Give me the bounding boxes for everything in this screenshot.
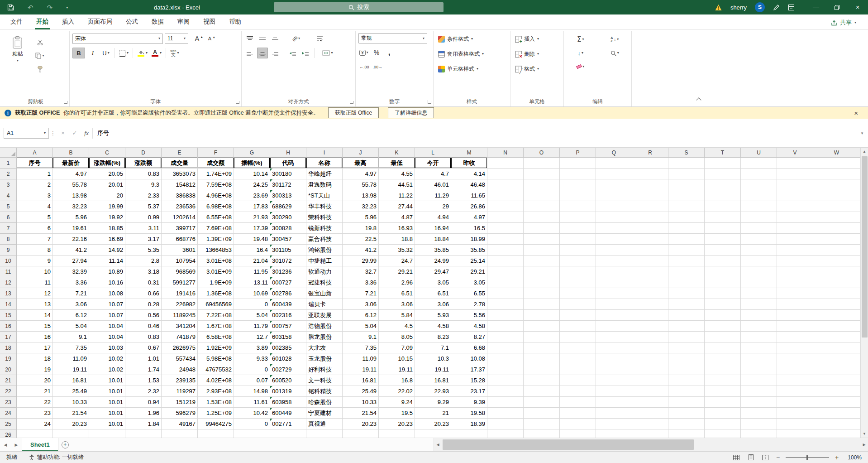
cell-R20[interactable] (632, 364, 668, 375)
row-header-3[interactable]: 3 (0, 179, 17, 190)
cell-B10[interactable]: 27.94 (53, 256, 89, 266)
cell-E8[interactable]: 668776 (162, 234, 198, 245)
cell-P11[interactable] (560, 266, 596, 277)
cell-O9[interactable] (524, 245, 560, 256)
cell-V4[interactable] (777, 190, 813, 201)
save-icon[interactable] (7, 4, 14, 11)
find-select-button[interactable]: ▾ (601, 48, 629, 58)
cell-S20[interactable] (668, 364, 705, 375)
cell-F19[interactable]: 5.98E+08 (198, 353, 234, 364)
cell-R8[interactable] (632, 234, 668, 245)
cell-J18[interactable]: 7.35 (343, 342, 379, 353)
cell-S15[interactable] (668, 310, 705, 321)
cell-D17[interactable]: 0.83 (125, 332, 162, 342)
cell-I5[interactable]: 华丰科技 (306, 201, 343, 212)
cell-S5[interactable] (668, 201, 705, 212)
cell-M23[interactable]: 9.39 (451, 397, 487, 408)
cell-L20[interactable]: 19.11 (415, 364, 451, 375)
cell-V17[interactable] (777, 332, 813, 342)
cell-O5[interactable] (524, 201, 560, 212)
cell-S21[interactable] (668, 375, 705, 386)
cancel-entry-icon[interactable]: × (57, 128, 69, 139)
cell-U10[interactable] (741, 256, 777, 266)
cell-V7[interactable] (777, 223, 813, 234)
cell-D25[interactable]: 1.84 (125, 419, 162, 429)
cell-M2[interactable]: 4.14 (451, 169, 487, 179)
cell-O25[interactable] (524, 419, 560, 429)
tab-文件[interactable]: 文件 (4, 14, 29, 29)
decrease-font-size-button[interactable]: A▼ (206, 33, 217, 44)
cell-J11[interactable]: 32.7 (343, 266, 379, 277)
cell-K17[interactable]: 8.05 (379, 332, 415, 342)
cell-S18[interactable] (668, 342, 705, 353)
percent-style-button[interactable]: % (371, 47, 382, 58)
cell-L1[interactable]: 今开 (415, 158, 451, 169)
cell-W8[interactable] (813, 234, 860, 245)
cell-O10[interactable] (524, 256, 560, 266)
cell-Q11[interactable] (596, 266, 632, 277)
cell-F9[interactable]: 13664853 (198, 245, 234, 256)
cell-S10[interactable] (668, 256, 705, 266)
column-header-I[interactable]: I (306, 148, 343, 158)
column-header-C[interactable]: C (89, 148, 125, 158)
cell-T24[interactable] (705, 408, 741, 419)
cell-N3[interactable] (487, 179, 524, 190)
cell-G10[interactable]: 21.04 (234, 256, 270, 266)
paste-dropdown-icon[interactable]: ▾ (17, 59, 19, 63)
cell-H16[interactable]: 000757 (270, 321, 306, 332)
column-header-W[interactable]: W (813, 148, 860, 158)
cell-I16[interactable]: 浩物股份 (306, 321, 343, 332)
cell-H15[interactable]: 002316 (270, 310, 306, 321)
cell-S6[interactable] (668, 212, 705, 223)
cell-B25[interactable]: 20.23 (53, 419, 89, 429)
cell-V16[interactable] (777, 321, 813, 332)
share-button[interactable]: 共享 ▾ (831, 19, 864, 29)
cell-M21[interactable]: 15.28 (451, 375, 487, 386)
cell-R24[interactable] (632, 408, 668, 419)
cell-E6[interactable]: 1202614 (162, 212, 198, 223)
cell-R18[interactable] (632, 342, 668, 353)
cell-C17[interactable]: 10.04 (89, 332, 125, 342)
cell-C11[interactable]: 10.89 (89, 266, 125, 277)
cell-F15[interactable]: 7.22E+08 (198, 310, 234, 321)
cell-U24[interactable] (741, 408, 777, 419)
fill-button[interactable]: ↓▾ (567, 48, 595, 58)
row-header-13[interactable]: 13 (0, 288, 17, 299)
cell-R19[interactable] (632, 353, 668, 364)
cell-P25[interactable] (560, 419, 596, 429)
cell-F11[interactable]: 3.01E+09 (198, 266, 234, 277)
cell-Q14[interactable] (596, 299, 632, 310)
cell-U7[interactable] (741, 223, 777, 234)
cell-V26[interactable] (777, 429, 813, 438)
row-header-8[interactable]: 8 (0, 234, 17, 245)
cell-G7[interactable]: 17.39 (234, 223, 270, 234)
cell-L3[interactable]: 46.01 (415, 179, 451, 190)
cell-P21[interactable] (560, 375, 596, 386)
cell-P18[interactable] (560, 342, 596, 353)
cell-C4[interactable]: 20 (89, 190, 125, 201)
cell-O14[interactable] (524, 299, 560, 310)
cell-M17[interactable]: 8.27 (451, 332, 487, 342)
cell-L9[interactable]: 35.85 (415, 245, 451, 256)
cell-I18[interactable]: 大北农 (306, 342, 343, 353)
cell-T20[interactable] (705, 364, 741, 375)
cell-J3[interactable]: 55.78 (343, 179, 379, 190)
cell-A12[interactable]: 11 (17, 277, 53, 288)
cell-W26[interactable] (813, 429, 860, 438)
cell-C18[interactable]: 10.03 (89, 342, 125, 353)
cell-Q17[interactable] (596, 332, 632, 342)
cell-V20[interactable] (777, 364, 813, 375)
cell-O19[interactable] (524, 353, 560, 364)
cell-B1[interactable]: 最新价 (53, 158, 89, 169)
cell-T25[interactable] (705, 419, 741, 429)
cell-E12[interactable]: 5991277 (162, 277, 198, 288)
cell-Q1[interactable] (596, 158, 632, 169)
underline-button[interactable]: U▾ (100, 48, 111, 58)
cell-A19[interactable]: 18 (17, 353, 53, 364)
column-header-Q[interactable]: Q (596, 148, 632, 158)
cell-F23[interactable]: 1.53E+08 (198, 397, 234, 408)
cell-C3[interactable]: 20.01 (89, 179, 125, 190)
cell-O3[interactable] (524, 179, 560, 190)
wrap-text-button[interactable] (311, 33, 329, 44)
cell-Q25[interactable] (596, 419, 632, 429)
